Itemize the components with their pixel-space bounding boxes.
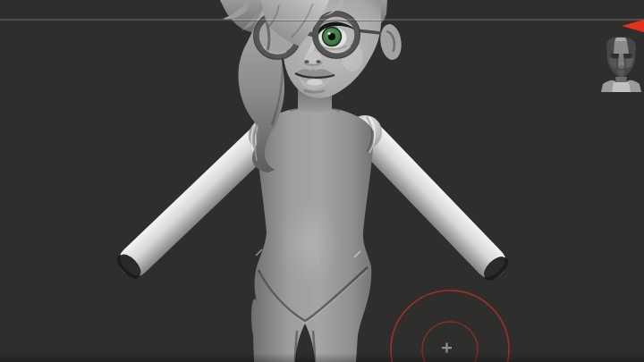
brush-cursor — [0, 0, 644, 362]
crosshair-icon — [442, 343, 452, 353]
brush-outer-ring — [391, 290, 509, 362]
sculpt-viewport[interactable] — [0, 0, 644, 362]
brush-inner-ring — [422, 322, 478, 362]
